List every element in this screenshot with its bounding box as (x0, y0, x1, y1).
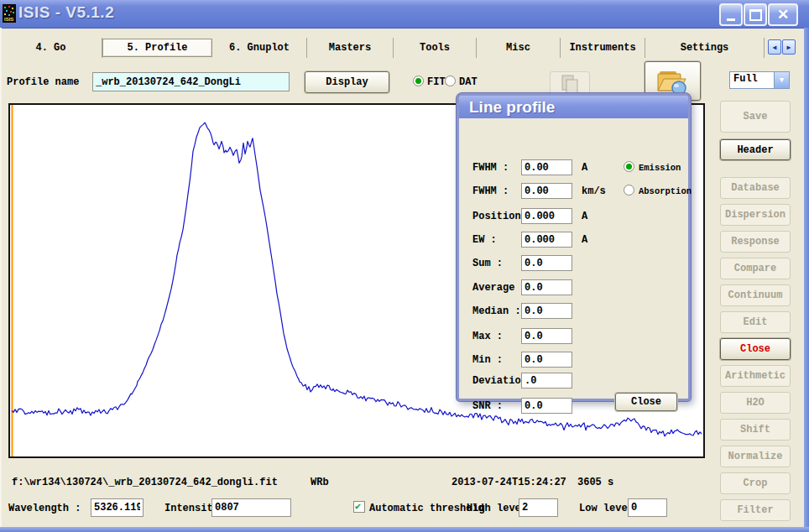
display-button[interactable]: Display (305, 71, 389, 93)
close-button[interactable]: ✕ (768, 3, 798, 26)
observation-datetime-text: 2013-07-24T15:24:27 (451, 477, 566, 488)
tab-go[interactable]: 4. Go (0, 38, 102, 58)
tab-misc[interactable]: Misc (477, 38, 561, 58)
wavelength-label: Wavelength : (8, 503, 81, 514)
tab-settings[interactable]: Settings (645, 38, 765, 58)
fits-radio[interactable] (413, 76, 424, 86)
position-unit: A (582, 211, 587, 222)
h2o-button[interactable]: H2O (720, 392, 791, 414)
automatic-threshold-checkbox[interactable] (353, 501, 365, 513)
window-title: ISIS - V5.1.2 (18, 3, 114, 22)
tab-profile[interactable]: 5. Profile (102, 39, 212, 57)
ew-unit: A (582, 234, 587, 246)
position-field[interactable] (521, 208, 572, 224)
min-label: Min : (472, 354, 503, 366)
tab-bar: 4. Go 5. Profile 6. Gnuplot Masters Tool… (0, 38, 765, 58)
min-field[interactable] (521, 352, 572, 368)
dat-radio[interactable] (445, 76, 456, 86)
maximize-button[interactable] (744, 3, 767, 26)
close-icon: ✕ (777, 8, 789, 22)
absorption-radio[interactable] (624, 185, 634, 196)
compare-button[interactable]: Compare (720, 258, 791, 279)
minimize-button[interactable] (719, 3, 743, 26)
sum-field[interactable] (521, 255, 572, 271)
arrow-left-icon: ◀ (773, 44, 777, 51)
ew-label: EW : (472, 234, 497, 246)
svg-text:ISIS: ISIS (4, 17, 13, 22)
dialog-title: Line profile (469, 98, 555, 117)
low-level-field[interactable] (628, 498, 667, 517)
file-path-text: f:\wr134\130724\_wrb_20130724_642_dongli… (12, 477, 278, 488)
max-field[interactable] (521, 328, 572, 344)
open-folder-search-icon (655, 66, 691, 96)
arrow-right-icon: ▶ (787, 44, 791, 51)
deviation-field[interactable] (521, 373, 572, 389)
ew-field[interactable] (521, 232, 572, 248)
view-range-value: Full (730, 72, 774, 88)
tab-tools[interactable]: Tools (394, 38, 477, 58)
view-range-select[interactable]: Full ▼ (729, 71, 790, 89)
line-profile-dialog: Line profile FWHM :A FWHM :km/s Position… (457, 93, 691, 401)
window-border-right (804, 28, 809, 527)
median-field[interactable] (521, 303, 572, 319)
fwhm-kms-label: FWHM : (472, 185, 509, 197)
save-button[interactable]: Save (720, 101, 791, 133)
fwhm-a-label: FWHM : (472, 162, 509, 174)
sum-label: Sum : (472, 258, 503, 269)
tab-masters[interactable]: Masters (307, 38, 394, 58)
database-button[interactable]: Database (720, 177, 791, 199)
average-label: Average : (472, 282, 527, 294)
app-icon: ISIS (3, 4, 16, 23)
maximize-icon (749, 9, 762, 21)
max-label: Max : (472, 331, 503, 342)
median-label: Median : (472, 305, 521, 317)
crop-button[interactable]: Crop (720, 472, 791, 494)
tab-scroll-arrows: ◀ ▶ (768, 39, 796, 55)
shift-button[interactable]: Shift (720, 419, 791, 441)
title-bar: ISIS ISIS - V5.1.2 ✕ (0, 0, 809, 29)
low-level-label: Low level (579, 503, 634, 514)
exposure-time-text: 3605 s (577, 477, 613, 488)
continuum-button[interactable]: Continuum (720, 284, 791, 306)
emission-radio-label: Emission (639, 163, 681, 173)
dispersion-button[interactable]: Dispersion (720, 204, 791, 226)
wavelength-field[interactable] (91, 498, 144, 517)
copy-pages-icon (559, 75, 581, 95)
object-name-text: WRb (311, 477, 329, 488)
snr-field[interactable] (521, 398, 572, 414)
filter-button[interactable]: Filter (720, 499, 791, 521)
normalize-button[interactable]: Normalize (720, 446, 791, 467)
tab-scroll-right-button[interactable]: ▶ (782, 39, 796, 55)
response-button[interactable]: Response (720, 231, 791, 253)
absorption-radio-label: Absorption (639, 186, 692, 196)
tab-scroll-left-button[interactable]: ◀ (768, 39, 781, 55)
high-level-field[interactable] (519, 498, 558, 517)
fwhm-a-field[interactable] (521, 159, 572, 175)
fwhm-a-unit: A (582, 162, 587, 174)
chevron-down-icon: ▼ (774, 72, 789, 88)
fwhm-kms-unit: km/s (582, 185, 606, 197)
intensity-field[interactable] (211, 498, 291, 517)
header-button[interactable]: Header (720, 139, 791, 160)
dialog-close-button[interactable]: Close (615, 393, 677, 411)
profile-name-label: Profile name (7, 76, 79, 88)
dialog-title-bar[interactable]: Line profile (459, 96, 688, 118)
window-border-bottom (0, 527, 809, 532)
snr-label: SNR : (472, 400, 503, 412)
minimize-icon (727, 18, 735, 21)
close-profile-button[interactable]: Close (720, 338, 791, 360)
tab-instruments[interactable]: Instruments (561, 38, 645, 58)
arithmetic-button[interactable]: Arithmetic (720, 365, 791, 387)
profile-name-input[interactable] (92, 72, 290, 91)
fwhm-kms-field[interactable] (521, 183, 572, 199)
emission-radio[interactable] (624, 161, 634, 172)
dat-radio-label: DAT (459, 76, 478, 88)
average-field[interactable] (521, 279, 572, 295)
tab-gnuplot[interactable]: 6. Gnuplot (212, 38, 307, 58)
edit-button[interactable]: Edit (720, 311, 791, 333)
window-border-left (0, 28, 2, 527)
dialog-body: FWHM :A FWHM :km/s Position :A EW :A Sum… (459, 118, 688, 399)
